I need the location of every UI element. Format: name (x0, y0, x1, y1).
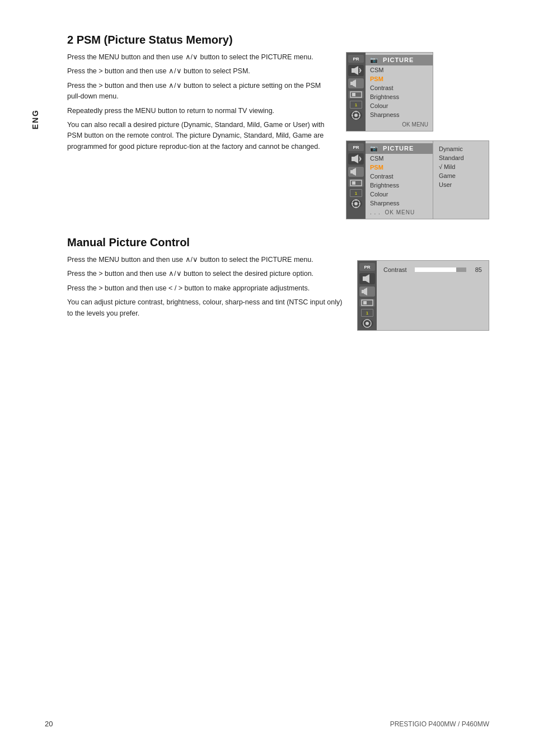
num-button-1[interactable]: 1 (350, 101, 362, 109)
section1-para4: Repeatedly press the MENU button to retu… (67, 106, 335, 116)
submenu-panel: Dynamic Standard Mild Game User (433, 141, 489, 219)
section1-text: Press the MENU button and then use ∧/∨ b… (67, 52, 335, 219)
page-footer: 20 PRESTIGIO P400MW / P460MW (45, 720, 489, 728)
num-button-3[interactable]: 1 (361, 309, 373, 317)
num-button-2[interactable]: 1 (350, 189, 362, 197)
section2-para4: You can adjust picture contrast, brightn… (67, 297, 346, 319)
dots-ok-2: . . . OK MENU (366, 208, 433, 217)
section1-para3: Press the > button and then use ∧/∨ butt… (67, 81, 335, 102)
svg-rect-20 (350, 170, 353, 173)
section2-para1: Press the MENU button and then use ∧/∨ b… (67, 255, 346, 265)
svg-point-10 (354, 114, 358, 117)
svg-marker-33 (364, 288, 367, 295)
submenu-mild[interactable]: Mild (439, 162, 483, 171)
menu-item-sharpness-2[interactable]: Sharpness (366, 199, 433, 208)
mockup1: PR (346, 52, 433, 132)
contrast-value: 85 (471, 266, 482, 273)
speaker-button-1[interactable] (348, 78, 364, 88)
pr-button-3[interactable]: PR (359, 263, 375, 271)
content-area: 2 PSM (Picture Status Memory) Press the … (45, 34, 489, 331)
section1-mockups: PR (346, 52, 489, 219)
submenu-dynamic[interactable]: Dynamic (439, 144, 483, 153)
svg-rect-23 (352, 181, 355, 185)
svg-marker-21 (353, 168, 356, 176)
section1-para2: Press the > button and then use ∧/∨ butt… (67, 66, 335, 77)
menu-item-csm-2[interactable]: CSM (366, 154, 433, 163)
vol-button-2[interactable] (348, 153, 364, 165)
pr-button-2[interactable]: PR (348, 143, 364, 151)
gear-button-1[interactable] (350, 111, 362, 120)
menu-item-brightness-2[interactable]: Brightness (366, 181, 433, 190)
menu-ok-1: OK MENU (366, 119, 433, 129)
svg-marker-1 (354, 66, 358, 75)
mockup2: PR (346, 140, 489, 219)
menu-title-1: 📷 PICTURE (366, 55, 433, 65)
menu-item-psm-2[interactable]: PSM (366, 163, 433, 172)
menu-item-brightness-1[interactable]: Brightness (366, 92, 433, 101)
tv-sidebar-3: PR (358, 261, 377, 330)
submenu-user[interactable]: User (439, 180, 483, 189)
section2-mockups: PR (357, 255, 489, 331)
contrast-label: Contrast (383, 266, 410, 273)
page-number: 20 (45, 720, 53, 728)
svg-marker-6 (353, 79, 356, 87)
picture-icon-1: 📷 (370, 57, 378, 63)
tv-sidebar-2: PR (346, 141, 366, 219)
contrast-mockup-wrapper: PR (357, 255, 489, 331)
menu-item-contrast-1[interactable]: Contrast (366, 83, 433, 92)
vol-button-1[interactable] (348, 65, 364, 76)
box-button-3[interactable] (359, 299, 375, 307)
contrast-bar-track (415, 267, 466, 272)
contrast-mockup: PR (357, 260, 489, 331)
section2-para3: Press the > button and then use < / > bu… (67, 283, 346, 294)
speaker-button-3[interactable] (359, 287, 375, 297)
speaker-button-2[interactable] (348, 167, 364, 177)
svg-rect-35 (363, 301, 367, 304)
section1-title: 2 PSM (Picture Status Memory) (67, 34, 489, 46)
submenu-game[interactable]: Game (439, 171, 483, 180)
menu-item-colour-1[interactable]: Colour (366, 101, 433, 110)
picture-icon-2: 📷 (370, 145, 378, 152)
gear-button-2[interactable] (350, 199, 362, 208)
menu-item-sharpness-1[interactable]: Sharpness (366, 110, 433, 119)
section2-text: Press the MENU button and then use ∧/∨ b… (67, 255, 346, 331)
menu-item-colour-2[interactable]: Colour (366, 190, 433, 199)
contrast-bar-fill (415, 267, 456, 272)
svg-point-37 (366, 322, 369, 325)
mockup2-wrapper: PR (346, 140, 489, 219)
section1-para1: Press the MENU button and then use ∧/∨ b… (67, 52, 335, 63)
svg-rect-0 (352, 68, 354, 73)
pr-button-1[interactable]: PR (348, 55, 364, 63)
product-name: PRESTIGIO P400MW / P460MW (390, 720, 489, 728)
page: ENG 2 PSM (Picture Status Memory) Press … (0, 0, 534, 756)
svg-rect-32 (362, 290, 364, 293)
svg-rect-8 (352, 93, 355, 96)
section1-para5: You can also recall a desired picture (D… (67, 120, 335, 152)
section2-body: Press the MENU button and then use ∧/∨ b… (67, 255, 489, 331)
tv-sidebar-1: PR (346, 53, 366, 131)
section1-body: Press the MENU button and then use ∧/∨ b… (67, 52, 489, 219)
svg-point-25 (354, 202, 358, 205)
contrast-bar-row: Contrast 85 (383, 266, 482, 273)
menu-item-contrast-2[interactable]: Contrast (366, 172, 433, 181)
svg-rect-15 (352, 157, 354, 161)
box-button-2[interactable] (348, 179, 364, 187)
menu-item-psm-1[interactable]: PSM (366, 74, 433, 83)
menu-panel-2: 📷 PICTURE CSM PSM Contrast Brightness Co… (366, 141, 433, 219)
eng-label: ENG (31, 109, 40, 129)
box-button-1[interactable] (348, 91, 364, 98)
mockup1-wrapper: PR (346, 52, 433, 132)
svg-rect-5 (350, 82, 353, 85)
menu-panel-1: 📷 PICTURE CSM PSM Contrast Brightness Co… (366, 53, 433, 131)
svg-marker-31 (366, 274, 369, 283)
gear-button-3[interactable] (361, 319, 373, 328)
svg-rect-30 (363, 276, 366, 281)
menu-item-csm-1[interactable]: CSM (366, 65, 433, 74)
submenu-standard[interactable]: Standard (439, 153, 483, 162)
contrast-panel: Contrast 85 (377, 261, 489, 330)
svg-marker-16 (354, 154, 358, 163)
section2-para2: Press the > button and then use ∧/∨ butt… (67, 269, 346, 279)
vol-button-3[interactable] (359, 273, 375, 284)
menu-title-2: 📷 PICTURE (366, 143, 433, 154)
section2-title: Manual Picture Control (67, 236, 489, 249)
